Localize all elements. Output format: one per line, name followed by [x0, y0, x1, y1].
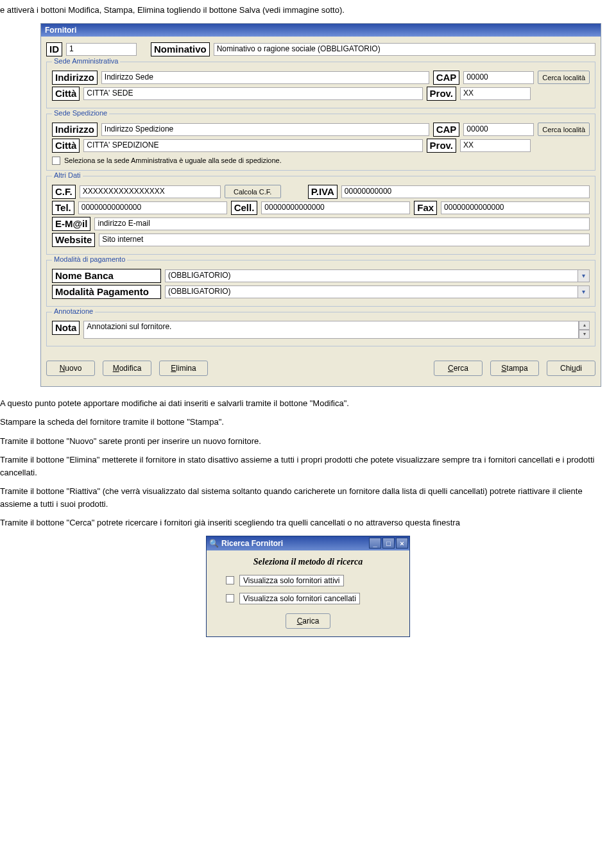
elimina-button[interactable]: Elimina [159, 361, 208, 376]
group-title-sede-sped: Sede Spedizione [52, 109, 109, 117]
nominativo-input[interactable]: Nominativo o ragione sociale (OBBLIGATOR… [214, 43, 595, 56]
group-annotazione: Annotazione Nota Annotazioni sul fornito… [46, 312, 595, 346]
nota-textarea[interactable]: Annotazioni sul fornitore. [83, 321, 579, 339]
id-input[interactable]: 1 [66, 43, 137, 56]
piva-label: P.IVA [308, 185, 338, 199]
cerca-localita-amm-button[interactable]: Cerca località [538, 71, 590, 84]
group-title-altri: Altri Dati [52, 171, 83, 179]
cap-amm-label: CAP [433, 71, 460, 85]
scroll-up-icon[interactable]: ▴ [579, 321, 590, 330]
nuovo-button[interactable]: Nuovo [46, 361, 95, 376]
prov-sped-label: Prov. [427, 139, 456, 153]
nota-label: Nota [52, 321, 80, 335]
email-input[interactable]: indirizzo E-mail [94, 217, 590, 230]
group-sede-spedizione: Sede Spedizione Indirizzo Indirizzo Sped… [46, 114, 595, 171]
group-title-annotazione: Annotazione [52, 307, 95, 315]
website-input[interactable]: Sito internet [99, 234, 590, 246]
indirizzo-amm-label: Indirizzo [52, 71, 98, 85]
modalita-value: (OBBLIGATORIO) [165, 285, 578, 298]
search-icon: 🔍 [209, 539, 219, 548]
banca-label: Nome Banca [52, 269, 161, 283]
nominativo-label: Nominativo [151, 42, 210, 56]
cerca-button[interactable]: Cerca [434, 361, 483, 376]
modalita-label: Modalità Pagamento [52, 285, 161, 299]
paragraph-5: Tramite il bottone "Riattiva" (che verrà… [0, 485, 603, 510]
modalita-select[interactable]: (OBBLIGATORIO) ▾ [165, 285, 590, 298]
fornitori-window: Fornitori ID 1 Nominativo Nominativo o r… [40, 23, 601, 387]
group-title-pagamento: Modalità di pagamento [52, 255, 127, 263]
group-sede-amministrativa: Sede Amministrativa Indirizzo Indirizzo … [46, 62, 595, 108]
banca-select[interactable]: (OBBLIGATORIO) ▾ [165, 269, 590, 282]
banca-value: (OBBLIGATORIO) [165, 269, 578, 282]
paragraph-6: Tramite il bottone "Cerca" potrete ricer… [0, 516, 603, 529]
fax-label: Fax [414, 201, 437, 215]
paragraph-4: Tramite il bottone "Elimina" metterete i… [0, 454, 603, 479]
cell-input[interactable]: 00000000000000 [261, 201, 410, 214]
chevron-down-icon[interactable]: ▾ [578, 269, 590, 282]
indirizzo-sped-label: Indirizzo [52, 123, 98, 137]
email-label: E-M@il [52, 217, 90, 231]
opt-attivi-label[interactable]: Visualizza solo fornitori attivi [239, 575, 344, 586]
group-pagamento: Modalità di pagamento Nome Banca (OBBLIG… [46, 260, 595, 307]
ricerca-heading: Seleziona il metodo di ricerca [226, 557, 390, 567]
cerca-localita-sped-button[interactable]: Cerca località [538, 123, 590, 136]
maximize-icon[interactable]: □ [382, 538, 395, 549]
citta-sped-label: Città [52, 139, 80, 153]
cell-label: Cell. [231, 201, 258, 215]
prov-sped-input[interactable]: XX [460, 139, 531, 152]
cap-sped-label: CAP [433, 123, 460, 137]
modifica-button[interactable]: Modifica [103, 361, 151, 376]
prov-amm-input[interactable]: XX [460, 87, 531, 100]
fax-input[interactable]: 00000000000000 [441, 201, 590, 214]
ricerca-title: Ricerca Fornitori [221, 539, 283, 548]
intro-text: e attiverà i bottoni Modifica, Stampa, E… [0, 4, 603, 17]
carica-button[interactable]: Carica [286, 613, 330, 629]
citta-amm-label: Città [52, 87, 80, 101]
website-label: Website [52, 233, 95, 247]
calcola-cf-button[interactable]: Calcola C.F. [225, 185, 281, 198]
cf-input[interactable]: XXXXXXXXXXXXXXXX [80, 185, 221, 198]
paragraph-1: A questo punto potete apportare modifich… [0, 397, 603, 410]
cap-amm-input[interactable]: 00000 [463, 71, 534, 84]
opt-cancellati-checkbox[interactable] [226, 594, 234, 602]
cap-sped-input[interactable]: 00000 [463, 123, 534, 136]
id-label: ID [46, 42, 62, 56]
paragraph-3: Tramite il bottone "Nuovo" sarete pronti… [0, 435, 603, 448]
tel-input[interactable]: 00000000000000 [78, 201, 227, 214]
cf-label: C.F. [52, 185, 76, 199]
indirizzo-sped-input[interactable]: Indirizzo Spedizione [101, 123, 429, 136]
group-title-sede-amm: Sede Amministrativa [52, 57, 120, 65]
opt-cancellati-label[interactable]: Visualizza solo fornitori cancellati [239, 593, 360, 604]
opt-attivi-checkbox[interactable] [226, 576, 234, 584]
tel-label: Tel. [52, 201, 74, 215]
scroll-down-icon[interactable]: ▾ [579, 330, 590, 339]
fornitori-titlebar: Fornitori [41, 24, 601, 37]
indirizzo-amm-input[interactable]: Indirizzo Sede [101, 71, 429, 84]
minimize-icon[interactable]: _ [369, 538, 381, 549]
piva-input[interactable]: 00000000000 [341, 185, 590, 198]
chiudi-button[interactable]: Chiudi [547, 361, 595, 376]
citta-sped-input[interactable]: CITTA' SPEDIZIONE [83, 139, 422, 152]
ricerca-window: 🔍 Ricerca Fornitori _ □ × Seleziona il m… [206, 536, 410, 637]
citta-amm-input[interactable]: CITTA' SEDE [83, 87, 422, 100]
stampa-button[interactable]: Stampa [490, 361, 539, 376]
close-icon[interactable]: × [396, 538, 408, 549]
paragraph-2: Stampare la scheda del fornitore tramite… [0, 416, 603, 429]
chevron-down-icon[interactable]: ▾ [578, 285, 590, 298]
group-altri-dati: Altri Dati C.F. XXXXXXXXXXXXXXXX Calcola… [46, 176, 595, 255]
prov-amm-label: Prov. [427, 87, 456, 101]
same-sede-label: Seleziona se la sede Amministrativa è ug… [64, 157, 282, 164]
same-sede-checkbox[interactable] [52, 157, 60, 165]
